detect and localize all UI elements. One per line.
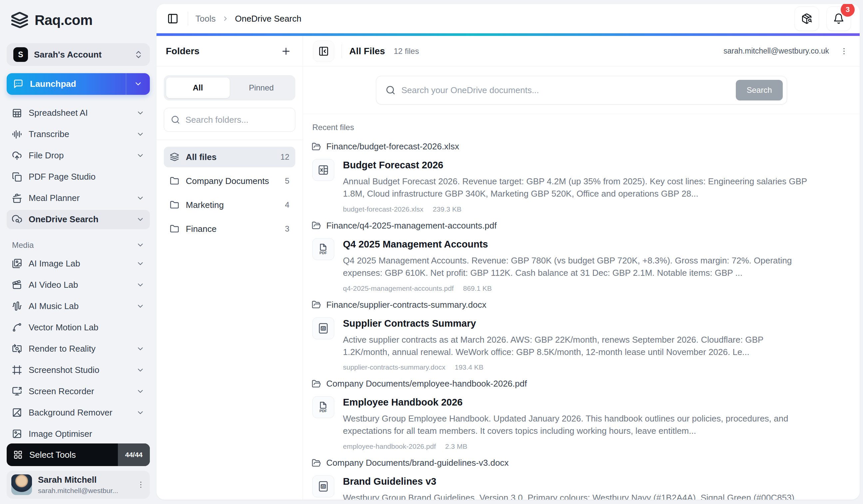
sidebar-item-screen-recorder[interactable]: Screen Recorder — [7, 382, 150, 401]
result-card[interactable]: Budget Forecast 2026 Annual Budget Forec… — [308, 159, 850, 213]
folder-label: Marketing — [186, 200, 224, 210]
search-button[interactable]: Search — [736, 80, 783, 101]
breadcrumb: Tools OneDrive Search — [196, 14, 301, 24]
sidebar-item-label: Vector Motion Lab — [29, 322, 99, 333]
sidebar-item-meal-planner[interactable]: Meal Planner — [7, 189, 150, 208]
result-path[interactable]: Finance/supplier-contracts-summary.docx — [308, 300, 850, 310]
result-path[interactable]: Finance/budget-forecast-2026.xlsx — [308, 141, 850, 152]
files-header: All Files 12 files sarah.mitchell@westbu… — [303, 36, 860, 66]
files-count: 12 files — [393, 47, 419, 56]
sidebar-item-ai-image-lab[interactable]: AI Image Lab — [7, 254, 150, 273]
user-menu-button[interactable] — [137, 480, 145, 489]
launchpad-main[interactable]: Launchpad — [7, 73, 126, 95]
files-menu-button[interactable] — [838, 46, 850, 57]
sidebar-item-render-to-reality[interactable]: Render to Reality — [7, 339, 150, 358]
add-folder-button[interactable] — [279, 44, 293, 59]
brand-logo: Raq.com — [7, 7, 150, 29]
result-meta: budget-forecast-2026.xlsx 239.3 KB — [343, 205, 808, 213]
result-entry: Finance/supplier-contracts-summary.docx … — [308, 300, 850, 372]
folder-search[interactable] — [164, 108, 295, 132]
avatar — [11, 474, 32, 495]
result-path-label: Company Documents/brand-guidelines-v3.do… — [326, 458, 509, 468]
user-name: Sarah Mitchell — [38, 475, 130, 485]
account-label: Sarah's Account — [34, 50, 128, 60]
sidebar-item-label: Spreadsheet AI — [29, 108, 88, 118]
sidebar-item-label: Screenshot Studio — [29, 365, 99, 375]
user-card[interactable]: Sarah Mitchell sarah.mitchell@westbur... — [7, 471, 150, 499]
result-filesize: 2.3 MB — [445, 442, 467, 450]
sidebar-item-background-remover[interactable]: Background Remover — [7, 403, 150, 422]
breadcrumb-tools[interactable]: Tools — [196, 14, 216, 24]
result-card[interactable]: Brand Guidelines v3 Westbury Group Brand… — [308, 475, 850, 500]
folder-search-input[interactable] — [186, 115, 288, 125]
audio-waveform-icon — [12, 301, 22, 311]
folder-open-icon — [312, 458, 321, 468]
select-tools-main[interactable]: Select Tools — [7, 443, 118, 466]
notifications-button[interactable]: 3 — [826, 6, 851, 31]
result-card[interactable]: Supplier Contracts Summary Active suppli… — [308, 318, 850, 372]
sidebar-item-pdf-page-studio[interactable]: PDF Page Studio — [7, 167, 150, 186]
cloud-upload-icon — [12, 151, 22, 161]
sidebar-item-ai-video-lab[interactable]: AI Video Lab — [7, 275, 150, 294]
collapse-folders-button[interactable] — [313, 41, 334, 62]
sidebar-item-screenshot-studio[interactable]: Screenshot Studio — [7, 360, 150, 379]
sidebar-tools-nav: Spreadsheet AI Transcribe File Drop PDF … — [7, 103, 150, 229]
user-text: Sarah Mitchell sarah.mitchell@westbur... — [38, 475, 130, 495]
folder-item-company-documents[interactable]: Company Documents 5 — [164, 171, 295, 191]
result-title[interactable]: Budget Forecast 2026 — [343, 160, 808, 171]
launchpad-label: Launchpad — [30, 79, 76, 89]
table-icon — [12, 108, 22, 118]
tab-pinned[interactable]: Pinned — [230, 78, 293, 98]
panel-left-close-icon — [318, 46, 329, 56]
launchpad-expand[interactable] — [126, 73, 150, 95]
folder-icon — [170, 176, 179, 186]
folder-label: Finance — [186, 224, 217, 234]
select-tools-label: Select Tools — [29, 450, 76, 460]
chevron-down-icon — [136, 130, 145, 138]
result-path[interactable]: Company Documents/employee-handbook-2026… — [308, 378, 850, 389]
folder-icon — [170, 224, 179, 234]
result-title[interactable]: Employee Handbook 2026 — [343, 397, 808, 408]
result-card[interactable]: Employee Handbook 2026 Westbury Group Em… — [308, 396, 850, 450]
tool-library-button[interactable] — [795, 6, 819, 31]
select-tools-button[interactable]: Select Tools 44/44 — [7, 443, 150, 466]
folder-list: All files 12 Company Documents 5 Marketi… — [157, 140, 303, 246]
chevron-down-icon — [136, 241, 145, 249]
result-filesize: 193.4 KB — [455, 363, 484, 371]
result-entry: Finance/q4-2025-management-accounts.pdf … — [308, 221, 850, 293]
media-section-header[interactable]: Media — [7, 238, 150, 252]
result-title[interactable]: Brand Guidelines v3 — [343, 476, 808, 487]
folder-item-finance[interactable]: Finance 3 — [164, 219, 295, 239]
result-path[interactable]: Finance/q4-2025-management-accounts.pdf — [308, 221, 850, 231]
sidebar-item-vector-motion-lab[interactable]: Vector Motion Lab — [7, 318, 150, 337]
tab-all[interactable]: All — [166, 78, 230, 98]
sidebar-toggle-button[interactable] — [165, 11, 180, 26]
folder-item-all-files[interactable]: All files 12 — [164, 147, 295, 167]
files-panel: All Files 12 files sarah.mitchell@westbu… — [303, 36, 860, 500]
result-meta: q4-2025-management-accounts.pdf 869.1 KB — [343, 284, 808, 293]
sidebar-item-ai-music-lab[interactable]: AI Music Lab — [7, 296, 150, 316]
result-title[interactable]: Q4 2025 Management Accounts — [343, 239, 808, 250]
launchpad-button[interactable]: Launchpad — [7, 73, 150, 95]
divider — [188, 12, 188, 26]
folder-item-marketing[interactable]: Marketing 4 — [164, 195, 295, 215]
result-body: Q4 2025 Management Accounts Q4 2025 Mana… — [343, 238, 808, 293]
cooking-pot-icon — [12, 193, 22, 203]
frame-icon — [12, 365, 22, 375]
sidebar-item-onedrive-search[interactable]: OneDrive Search — [7, 210, 150, 229]
result-title[interactable]: Supplier Contracts Summary — [343, 318, 808, 329]
account-switcher[interactable]: S Sarah's Account — [7, 43, 150, 66]
sidebar-item-transcribe[interactable]: Transcribe — [7, 125, 150, 144]
app: Raq.com S Sarah's Account Launchpad Spre… — [0, 0, 863, 504]
document-search-input[interactable] — [401, 85, 730, 95]
folders-panel: Folders All Pinned — [157, 36, 303, 500]
sidebar-item-label: AI Video Lab — [29, 280, 78, 290]
sidebar-item-file-drop[interactable]: File Drop — [7, 146, 150, 165]
result-path[interactable]: Company Documents/brand-guidelines-v3.do… — [308, 458, 850, 468]
select-tools-count: 44/44 — [118, 443, 150, 466]
sidebar-item-spreadsheet-ai[interactable]: Spreadsheet AI — [7, 103, 150, 123]
sidebar-item-image-optimiser[interactable]: Image Optimiser — [7, 424, 150, 443]
result-card[interactable]: Q4 2025 Management Accounts Q4 2025 Mana… — [308, 238, 850, 293]
document-search-box[interactable]: Search — [376, 76, 787, 104]
folders-header: Folders — [157, 36, 303, 66]
